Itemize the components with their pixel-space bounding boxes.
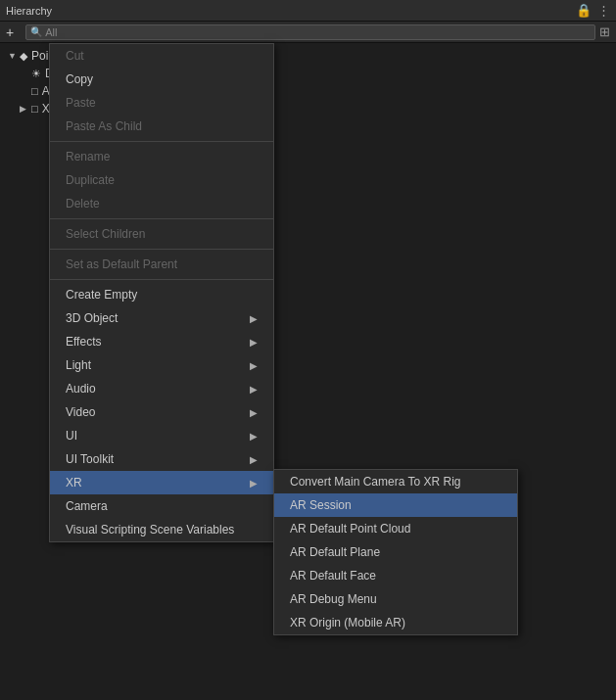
arrow-icon: ▶ (250, 407, 258, 418)
xr-submenu-item-ar-point-cloud[interactable]: AR Default Point Cloud (274, 517, 517, 540)
menu-label-effects: Effects (66, 335, 101, 349)
menu-label-xr: XR (66, 476, 82, 490)
menu-item-paste[interactable]: Paste (50, 91, 273, 115)
menu-label-rename: Rename (66, 150, 110, 163)
menu-label-paste-as-child: Paste As Child (66, 119, 142, 133)
arrow-icon: ▶ (250, 431, 258, 442)
menu-item-rename[interactable]: Rename (50, 145, 273, 168)
separator-1 (50, 141, 273, 142)
xr-submenu-item-xr-origin[interactable]: XR Origin (Mobile AR) (274, 611, 517, 634)
xr-submenu-item-ar-face[interactable]: AR Default Face (274, 564, 517, 587)
submenu-container-xr: XR ▶ Convert Main Camera To XR Rig AR Se… (50, 471, 273, 494)
search-text: All (45, 26, 57, 38)
menu-item-set-default-parent[interactable]: Set as Default Parent (50, 253, 273, 276)
menu-item-video[interactable]: Video ▶ (50, 400, 273, 424)
xr-submenu: Convert Main Camera To XR Rig AR Session… (273, 469, 518, 635)
lock-icon[interactable]: 🔒 (576, 3, 592, 18)
xr-submenu-item-ar-session[interactable]: AR Session (274, 493, 517, 517)
menu-label-copy: Copy (66, 72, 93, 86)
menu-item-light[interactable]: Light ▶ (50, 353, 273, 377)
xr-label-xr-origin: XR Origin (Mobile AR) (290, 616, 405, 630)
header-icons: 🔒 ⋮ (576, 3, 610, 18)
menu-label-visual-scripting: Visual Scripting Scene Variables (66, 523, 234, 537)
separator-3 (50, 249, 273, 250)
menu-label-audio: Audio (66, 382, 96, 396)
menu-label-cut: Cut (66, 49, 84, 63)
xr-submenu-item-convert[interactable]: Convert Main Camera To XR Rig (274, 470, 517, 493)
xr-label-ar-plane: AR Default Plane (290, 545, 380, 559)
arrow-icon: ▶ (250, 337, 258, 348)
menu-label-delete: Delete (66, 197, 100, 210)
origin-icon: □ (31, 103, 38, 115)
toolbar: + 🔍 All ⊞ (0, 22, 616, 43)
menu-item-paste-as-child[interactable]: Paste As Child (50, 115, 273, 138)
add-button[interactable]: + (6, 24, 14, 40)
arrow-icon: ▶ (250, 384, 258, 395)
arrow-icon: ▼ (8, 51, 20, 61)
light-icon: ☀ (31, 68, 41, 80)
menu-item-create-empty[interactable]: Create Empty (50, 283, 273, 306)
menu-label-video: Video (66, 405, 95, 419)
menu-label-create-empty: Create Empty (66, 288, 137, 302)
xr-label-ar-point-cloud: AR Default Point Cloud (290, 522, 410, 536)
xr-label-convert: Convert Main Camera To XR Rig (290, 475, 461, 489)
menu-label-duplicate: Duplicate (66, 173, 115, 187)
context-menu: Cut Copy Paste Paste As Child Rename Dup… (49, 43, 274, 542)
layout-icon[interactable]: ⊞ (599, 24, 610, 39)
hierarchy-header: Hierarchy 🔒 ⋮ (0, 0, 616, 22)
menu-item-delete[interactable]: Delete (50, 192, 273, 215)
menu-label-ui: UI (66, 429, 77, 443)
arrow-icon: ▶ (20, 104, 31, 114)
menu-item-cut[interactable]: Cut (50, 44, 273, 68)
menu-label-paste: Paste (66, 96, 96, 110)
menu-item-duplicate[interactable]: Duplicate (50, 168, 273, 192)
menu-label-camera: Camera (66, 499, 108, 513)
menu-item-effects[interactable]: Effects ▶ (50, 330, 273, 353)
menu-label-select-children: Select Children (66, 227, 145, 241)
object-icon: ◆ (20, 50, 27, 63)
menu-item-camera[interactable]: Camera (50, 494, 273, 518)
xr-submenu-item-ar-plane[interactable]: AR Default Plane (274, 540, 517, 564)
menu-label-set-default-parent: Set as Default Parent (66, 257, 177, 271)
arrow-icon: ▶ (250, 478, 258, 489)
hierarchy-title: Hierarchy (6, 5, 576, 17)
separator-2 (50, 218, 273, 219)
session-icon: □ (31, 85, 38, 97)
search-box[interactable]: 🔍 All (25, 24, 595, 40)
menu-item-audio[interactable]: Audio ▶ (50, 377, 273, 400)
xr-label-ar-session: AR Session (290, 498, 352, 512)
arrow-icon: ▶ (250, 313, 258, 324)
menu-item-ui-toolkit[interactable]: UI Toolkit ▶ (50, 447, 273, 471)
menu-item-ui[interactable]: UI ▶ (50, 424, 273, 447)
menu-item-xr[interactable]: XR ▶ (50, 471, 273, 494)
menu-label-light: Light (66, 358, 91, 372)
arrow-icon: ▶ (250, 454, 258, 465)
arrow-icon: ▶ (250, 360, 258, 371)
menu-item-3d-object[interactable]: 3D Object ▶ (50, 306, 273, 330)
menu-label-ui-toolkit: UI Toolkit (66, 452, 114, 466)
xr-label-ar-debug: AR Debug Menu (290, 592, 377, 606)
separator-4 (50, 279, 273, 280)
more-icon[interactable]: ⋮ (597, 3, 610, 18)
menu-item-copy[interactable]: Copy (50, 68, 273, 91)
context-menu-overlay: Cut Copy Paste Paste As Child Rename Dup… (49, 43, 274, 542)
menu-item-visual-scripting[interactable]: Visual Scripting Scene Variables (50, 518, 273, 541)
xr-submenu-item-ar-debug[interactable]: AR Debug Menu (274, 587, 517, 611)
search-icon: 🔍 (30, 26, 42, 37)
xr-label-ar-face: AR Default Face (290, 569, 376, 583)
menu-label-3d-object: 3D Object (66, 311, 118, 325)
menu-item-select-children[interactable]: Select Children (50, 222, 273, 246)
